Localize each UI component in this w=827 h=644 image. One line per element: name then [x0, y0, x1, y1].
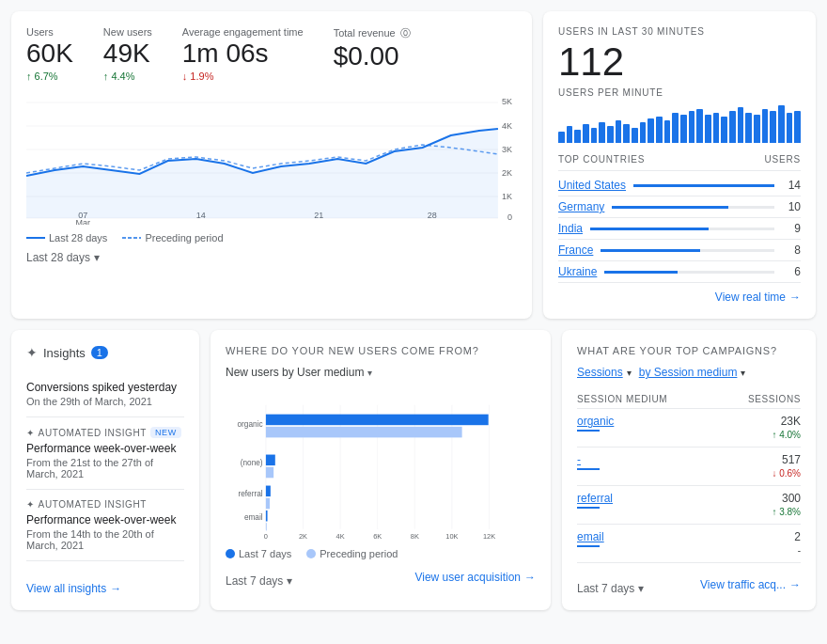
country-name[interactable]: India: [558, 222, 583, 235]
svg-rect-39: [266, 455, 275, 466]
country-count: 14: [782, 179, 801, 192]
arrow-right-icon: →: [524, 571, 536, 584]
country-row: United States 14: [558, 175, 801, 196]
session-medium-link[interactable]: -: [577, 453, 581, 466]
mini-bar: [567, 126, 573, 143]
arrow-right-icon: →: [789, 578, 801, 591]
country-name[interactable]: Germany: [558, 200, 604, 213]
sparkle-icon: ✦: [26, 499, 35, 510]
session-row: organic 23K ↑ 4.0%: [577, 409, 801, 448]
top-row: Users 60K ↑ 6.7% New users 49K ↑ 4.4% Av…: [11, 11, 816, 319]
mini-bar: [696, 109, 703, 143]
chart-svg: 5K 4K 3K 2K 1K 0 07 Mar 14: [26, 93, 517, 225]
svg-rect-40: [266, 467, 273, 479]
mini-bar: [680, 115, 687, 143]
mini-bar: [672, 113, 679, 143]
mini-bar: [558, 132, 565, 143]
legend-solid: Last 28 days: [26, 232, 107, 243]
svg-text:Mar: Mar: [75, 218, 90, 225]
insight-type-label: ✦ AUTOMATED INSIGHT New: [26, 427, 184, 438]
svg-rect-38: [266, 427, 462, 438]
country-bar-fill: [601, 249, 700, 252]
country-name[interactable]: United States: [558, 179, 626, 192]
insight-item: ✦ AUTOMATED INSIGHT Performance week-ove…: [26, 490, 184, 561]
view-traffic-link[interactable]: View traffic acq... →: [700, 578, 801, 591]
session-count-cell: 300 ↑ 3.8%: [718, 486, 801, 525]
country-bar: [590, 228, 774, 230]
chevron-down-icon[interactable]: ▾: [627, 368, 632, 378]
insight-subtitle: On the 29th of March, 2021: [26, 396, 184, 407]
users-change: ↑ 6.7%: [26, 71, 73, 82]
acquisition-date-filter[interactable]: Last 7 days ▾: [226, 574, 292, 588]
campaigns-card: WHAT ARE YOUR TOP CAMPAIGNS? Sessions ▾ …: [562, 330, 816, 610]
session-medium-cell: organic: [577, 409, 718, 448]
session-medium-link[interactable]: organic: [577, 415, 614, 428]
insights-header: ✦ Insights 1: [26, 345, 184, 360]
svg-text:8K: 8K: [411, 532, 419, 541]
revenue-label: Total revenue ⓪: [334, 26, 411, 40]
insight-title: Performance week-over-week: [26, 513, 184, 526]
metrics-row: Users 60K ↑ 6.7% New users 49K ↑ 4.4% Av…: [26, 26, 517, 82]
countries-header: TOP COUNTRIES USERS: [558, 154, 801, 171]
mini-bar: [721, 117, 727, 143]
chart-legend: Last 28 days Preceding period: [26, 232, 517, 243]
realtime-bar-chart: [558, 105, 801, 143]
chevron-down-icon[interactable]: ▾: [741, 368, 745, 378]
new-badge: New: [150, 427, 181, 438]
view-acquisition-link[interactable]: View user acquisition →: [414, 571, 536, 584]
mini-bar: [664, 120, 671, 143]
mini-bar: [729, 111, 736, 143]
session-count-cell: 23K ↑ 4.0%: [718, 409, 801, 448]
country-count: 8: [782, 243, 801, 257]
country-name[interactable]: France: [558, 243, 593, 257]
country-bar: [612, 206, 774, 209]
view-all-insights-link[interactable]: View all insights →: [26, 571, 184, 595]
svg-text:12K: 12K: [483, 532, 495, 541]
insights-title: Insights: [43, 346, 86, 360]
new-users-label: New users: [103, 26, 152, 38]
date-filter-dropdown[interactable]: Last 28 days ▾: [26, 251, 100, 264]
session-row: - 517 ↓ 0.6%: [577, 448, 801, 486]
realtime-subtitle: USERS PER MINUTE: [558, 87, 801, 98]
mini-bar: [640, 122, 647, 143]
insight-type-label: ✦ AUTOMATED INSIGHT: [26, 499, 184, 510]
mini-bar: [574, 130, 581, 143]
legend-dashed: Preceding period: [122, 232, 223, 243]
arrow-right-icon: →: [789, 291, 801, 304]
engagement-value: 1m 06s: [182, 39, 304, 69]
engagement-change: ↓ 1.9%: [182, 71, 304, 82]
country-bar: [633, 184, 774, 187]
sparkle-icon: ✦: [26, 428, 35, 438]
engagement-metric: Average engagement time 1m 06s ↓ 1.9%: [182, 26, 304, 82]
country-row: Germany 10: [558, 196, 801, 218]
spark-icon: ✦: [26, 345, 38, 360]
session-medium-cell: email: [577, 525, 718, 563]
mini-bar: [632, 128, 638, 143]
mini-bar: [794, 111, 801, 143]
view-realtime-link[interactable]: View real time →: [558, 291, 801, 304]
mini-bar: [648, 118, 654, 143]
svg-rect-42: [266, 498, 270, 510]
country-bar-fill: [633, 184, 774, 187]
sessions-table: SESSION MEDIUM SESSIONS organic 23K ↑ 4.…: [577, 390, 801, 563]
mini-bar: [616, 120, 622, 143]
chevron-down-icon[interactable]: ▾: [367, 368, 372, 378]
country-name[interactable]: Ukraine: [558, 265, 597, 278]
users-label: Users: [26, 26, 73, 38]
dashboard: Users 60K ↑ 6.7% New users 49K ↑ 4.4% Av…: [11, 11, 816, 610]
svg-marker-17: [26, 129, 498, 218]
users-metric: Users 60K ↑ 6.7%: [26, 26, 73, 82]
insights-card: ✦ Insights 1 Conversions spiked yesterda…: [11, 330, 199, 610]
svg-text:3K: 3K: [502, 145, 512, 154]
svg-text:6K: 6K: [373, 532, 382, 541]
campaigns-date-filter[interactable]: Last 7 days ▾: [577, 582, 644, 595]
svg-text:referral: referral: [238, 490, 262, 498]
realtime-title: USERS IN LAST 30 MINUTES: [558, 26, 801, 37]
acquisition-chart-title: New users by User medium ▾: [226, 366, 536, 379]
session-medium-link[interactable]: referral: [577, 492, 613, 505]
acquisition-svg: organic (none) referral email 0 2K 4K 6K: [226, 390, 536, 559]
new-users-metric: New users 49K ↑ 4.4%: [103, 26, 152, 82]
chevron-down-icon: ▾: [287, 574, 292, 588]
sessions-tbody: organic 23K ↑ 4.0% - 517 ↓ 0.6% referral: [577, 409, 801, 563]
session-medium-link[interactable]: email: [577, 530, 604, 543]
